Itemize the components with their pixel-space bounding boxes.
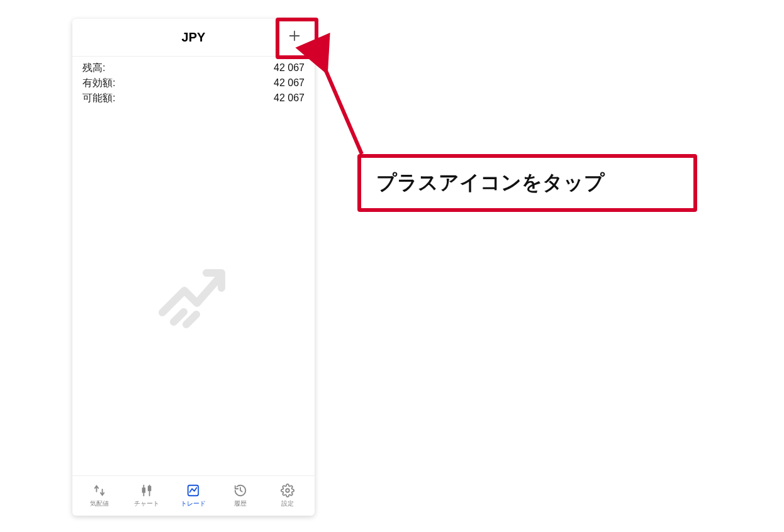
annotation-callout: プラスアイコンをタップ [357,154,697,212]
bottom-tab-bar: 気配値 チャート トレード [72,475,315,516]
candlestick-icon [139,483,154,498]
tab-quotes[interactable]: 気配値 [76,483,123,508]
tab-label: 設定 [281,499,294,508]
balance-row: 有効額: 42 067 [82,75,305,91]
plus-icon [288,29,301,47]
free-margin-value: 42 067 [274,91,305,106]
gear-icon [280,483,295,498]
page-title: JPY [182,30,206,45]
tab-label: 気配値 [90,499,109,508]
svg-point-9 [286,489,289,492]
tab-label: 履歴 [234,499,247,508]
quotes-icon [92,483,107,498]
free-margin-label: 可能額: [82,91,115,106]
tab-label: チャート [134,499,159,508]
add-button[interactable] [282,25,307,50]
svg-rect-7 [148,486,151,490]
tab-trade[interactable]: トレード [170,483,217,508]
content-area [72,106,315,475]
balance-row: 可能額: 42 067 [82,91,305,106]
tab-history[interactable]: 履歴 [217,483,264,508]
svg-line-2 [174,312,184,322]
tab-settings[interactable]: 設定 [264,483,311,508]
balance-label: 残高: [82,60,105,75]
svg-line-10 [325,68,362,154]
trend-up-watermark-icon [156,253,232,328]
tab-chart[interactable]: チャート [123,483,171,508]
balance-row: 残高: 42 067 [82,60,305,75]
history-icon [233,483,248,498]
equity-value: 42 067 [274,75,305,91]
balance-section: 残高: 42 067 有効額: 42 067 可能額: 42 067 [72,57,315,106]
tab-label: トレード [181,499,206,508]
svg-rect-5 [142,488,145,492]
phone-frame: JPY 残高: 42 067 有効額: 42 067 可能額: [72,19,315,516]
equity-label: 有効額: [82,75,115,91]
phone-header: JPY [72,19,315,57]
svg-line-3 [186,314,196,324]
trade-icon [186,483,201,498]
balance-value: 42 067 [274,60,305,75]
annotation-callout-text: プラスアイコンをタップ [376,169,678,197]
